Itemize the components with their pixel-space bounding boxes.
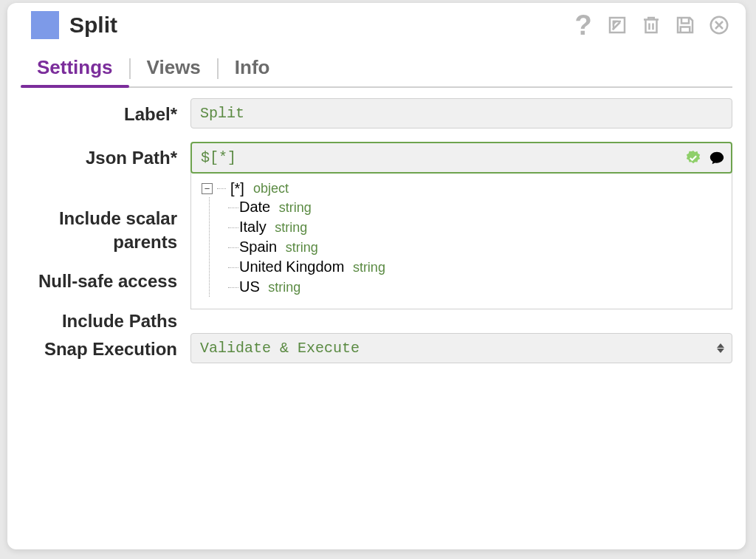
row-snap-execution: Snap Execution Validate & Execute <box>21 333 732 363</box>
jsonpath-input[interactable] <box>190 142 732 174</box>
jsonpath-badges <box>685 150 725 166</box>
comment-icon[interactable] <box>709 150 725 166</box>
toolbar: ? <box>570 12 732 38</box>
dialog-header: Split ? <box>21 7 732 43</box>
tree-node-name: Date <box>239 199 270 215</box>
tree-node-name: Spain <box>239 239 277 255</box>
tree-children: Date string Italy string Spain string <box>209 197 721 297</box>
tab-bar: Settings Views Info <box>21 52 732 88</box>
validated-icon <box>685 150 701 166</box>
label-label: Label* <box>21 98 190 126</box>
tree-node-type: string <box>286 240 318 255</box>
tree-node-name: United Kingdom <box>239 258 344 275</box>
tree-node[interactable]: Spain string <box>229 237 721 257</box>
tree-node[interactable]: Date string <box>229 197 721 217</box>
tree-collapse-icon[interactable]: − <box>202 183 213 194</box>
close-icon[interactable] <box>706 12 732 38</box>
null-safe-access-label: Null-safe access <box>21 271 177 292</box>
dialog-title: Split <box>69 13 570 38</box>
snap-execution-label: Snap Execution <box>21 333 190 361</box>
tree-node-type: string <box>353 260 385 275</box>
snap-execution-select[interactable]: Validate & Execute <box>190 333 732 363</box>
tree-node-type: string <box>275 220 307 235</box>
tree-root-type: object <box>253 181 289 196</box>
tree-node[interactable]: US string <box>229 277 721 297</box>
tree-node[interactable]: Italy string <box>229 217 721 237</box>
snap-settings-dialog: Split ? Settings Views Info Label* <box>7 3 746 549</box>
tree-node-type: string <box>279 200 312 215</box>
tab-info[interactable]: Info <box>219 52 286 86</box>
help-icon[interactable]: ? <box>570 12 597 38</box>
snap-color-chip <box>31 11 59 39</box>
snap-execution-value: Validate & Execute <box>200 340 360 357</box>
include-scalar-parents-label: Include scalar parents <box>21 207 177 255</box>
tab-views[interactable]: Views <box>131 52 217 86</box>
tree-node[interactable]: United Kingdom string <box>229 257 721 277</box>
include-paths-label: Include Paths <box>21 311 177 332</box>
select-stepper-icon <box>717 343 724 353</box>
label-input[interactable] <box>190 98 732 128</box>
tree-node-type: string <box>268 280 300 295</box>
row-label: Label* <box>21 98 732 128</box>
jsonpath-tree-dropdown[interactable]: − [*] object Date string Italy string <box>190 172 732 309</box>
save-icon[interactable] <box>672 12 698 38</box>
open-external-icon[interactable] <box>604 12 630 38</box>
trash-icon[interactable] <box>638 12 664 38</box>
tree-node-name: Italy <box>239 219 267 235</box>
jsonpath-label: Json Path* <box>21 142 190 170</box>
settings-form: Label* Json Path* <box>21 98 732 363</box>
tree-root-name: [*] <box>230 180 244 197</box>
tree-root[interactable]: − [*] object <box>202 180 721 197</box>
tab-settings[interactable]: Settings <box>21 52 129 86</box>
tree-node-name: US <box>239 278 260 295</box>
